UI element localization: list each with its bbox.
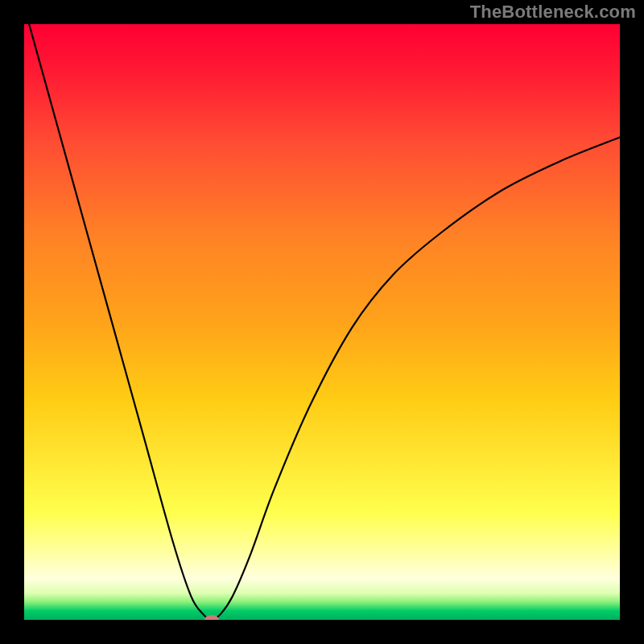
bottleneck-curve — [24, 24, 620, 620]
optimal-point-marker — [204, 615, 219, 620]
watermark-text: TheBottleneck.com — [470, 2, 636, 23]
plot-area — [24, 24, 620, 620]
chart-frame: TheBottleneck.com — [0, 0, 644, 644]
